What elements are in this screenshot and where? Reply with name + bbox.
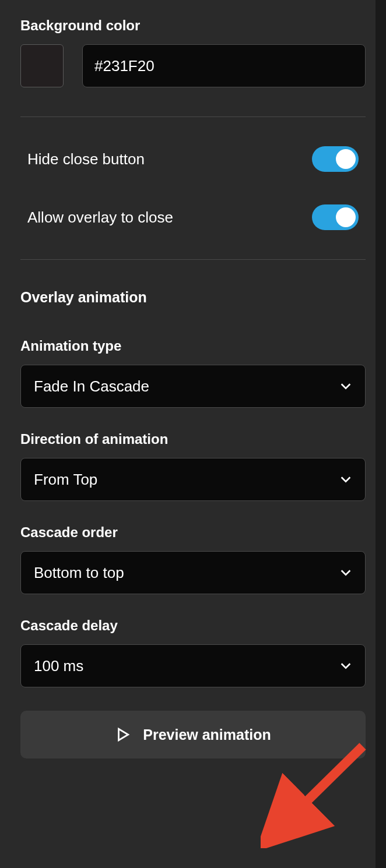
allow-overlay-toggle[interactable] (312, 204, 359, 230)
chevron-down-icon (339, 659, 352, 672)
divider (20, 117, 366, 117)
overlay-animation-title: Overlay animation (20, 289, 366, 306)
cascade-order-label: Cascade order (20, 524, 366, 541)
background-color-label: Background color (20, 17, 366, 34)
chevron-down-icon (339, 566, 352, 579)
cascade-order-select[interactable]: Bottom to top (20, 551, 366, 594)
color-swatch[interactable] (20, 44, 64, 87)
animation-type-select[interactable]: Fade In Cascade (20, 365, 366, 408)
cascade-delay-group: Cascade delay 100 ms (20, 618, 366, 687)
animation-type-label: Animation type (20, 338, 366, 354)
hide-close-label: Hide close button (27, 150, 145, 168)
color-hex-input[interactable] (82, 44, 366, 87)
toggle-knob (336, 149, 356, 169)
toggle-knob (336, 207, 356, 227)
animation-type-group: Animation type Fade In Cascade (20, 338, 366, 408)
preview-animation-label: Preview animation (143, 726, 271, 743)
direction-select[interactable]: From Top (20, 458, 366, 501)
hide-close-toggle-row: Hide close button (20, 146, 366, 172)
preview-animation-button[interactable]: Preview animation (20, 711, 366, 758)
direction-value: From Top (34, 471, 97, 489)
cascade-delay-value: 100 ms (34, 657, 83, 675)
chevron-down-icon (339, 380, 352, 393)
direction-label: Direction of animation (20, 431, 366, 447)
background-color-row (20, 44, 366, 87)
divider (20, 259, 366, 260)
cascade-delay-label: Cascade delay (20, 618, 366, 634)
svg-marker-0 (119, 729, 128, 740)
cascade-delay-select[interactable]: 100 ms (20, 644, 366, 687)
cascade-order-group: Cascade order Bottom to top (20, 524, 366, 594)
animation-type-value: Fade In Cascade (34, 377, 149, 396)
allow-overlay-toggle-row: Allow overlay to close (20, 204, 366, 230)
play-icon (115, 727, 130, 742)
chevron-down-icon (339, 473, 352, 486)
right-panel-edge (376, 0, 386, 868)
hide-close-toggle[interactable] (312, 146, 359, 172)
allow-overlay-label: Allow overlay to close (27, 209, 173, 227)
direction-group: Direction of animation From Top (20, 431, 366, 501)
cascade-order-value: Bottom to top (34, 564, 124, 582)
